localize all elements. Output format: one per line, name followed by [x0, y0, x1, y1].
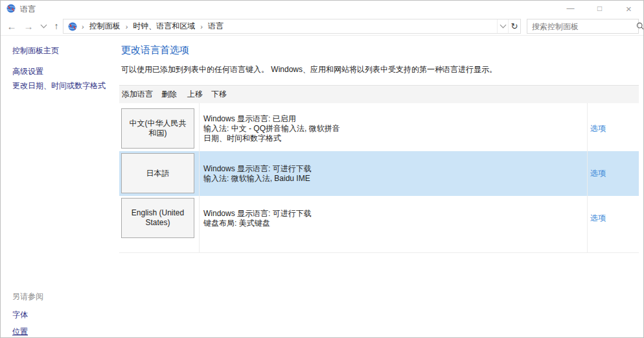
page-title: 更改语言首选项: [121, 44, 189, 56]
window-title: 语言: [20, 4, 36, 15]
language-row-english[interactable]: English (United States) Windows 显示语言: 可进…: [119, 196, 639, 241]
display-language-status: Windows 显示语言: 已启用: [203, 114, 566, 124]
forward-arrow-icon[interactable]: →: [21, 16, 36, 36]
window-controls: — □ ×: [556, 1, 643, 16]
keyboard-layout-info: 键盘布局: 美式键盘: [203, 219, 566, 228]
options-link-chinese[interactable]: 选项: [590, 106, 606, 151]
sidebar-item-advanced-settings[interactable]: 高级设置: [12, 66, 43, 77]
display-language-status: Windows 显示语言: 可进行下载: [203, 209, 566, 219]
language-details: Windows 显示语言: 已启用 输入法: 中文 - QQ拼音输入法, 微软拼…: [203, 106, 566, 151]
options-link-japanese[interactable]: 选项: [590, 151, 606, 196]
language-tile-english[interactable]: English (United States): [121, 198, 194, 238]
language-toolbar: 添加语言 删除 上移 下移: [119, 85, 639, 103]
sidebar: 控制面板主页 高级设置 更改日期、时间或数字格式 另请参阅 字体 位置: [1, 36, 119, 338]
input-method-info: 输入法: 中文 - QQ拼音输入法, 微软拼音: [203, 124, 566, 134]
sidebar-item-control-panel-home[interactable]: 控制面板主页: [12, 45, 59, 56]
breadcrumb-language[interactable]: 语言: [207, 21, 225, 32]
breadcrumb-separator: ›: [196, 23, 207, 30]
refresh-icon[interactable]: ↻: [508, 19, 520, 33]
breadcrumb-separator: ›: [78, 23, 88, 30]
add-language-button[interactable]: 添加语言: [122, 89, 161, 100]
language-control-panel-window: 语言 — □ × ← → ↑ › 控制面板 › 时钟、语言和区域: [0, 0, 644, 338]
search-box: [527, 19, 639, 34]
date-time-format-info: 日期、时间和数字格式: [203, 134, 566, 143]
see-also-section: 另请参阅 字体 位置: [12, 291, 43, 338]
back-arrow-icon[interactable]: ←: [5, 16, 19, 36]
language-list: 中文(中华人民共和国) Windows 显示语言: 已启用 输入法: 中文 - …: [119, 103, 639, 253]
language-tile-chinese[interactable]: 中文(中华人民共和国): [121, 108, 194, 149]
breadcrumb-clock-language-region[interactable]: 时钟、语言和区域: [132, 21, 196, 32]
sidebar-item-fonts[interactable]: 字体: [12, 309, 43, 320]
breadcrumb-control-panel[interactable]: 控制面板: [88, 21, 122, 32]
list-options-divider: [587, 103, 588, 252]
move-down-button[interactable]: 下移: [211, 89, 235, 100]
list-column-divider: [199, 103, 200, 252]
search-input[interactable]: [527, 22, 632, 31]
main-content: 更改语言首选项 可以使用已添加到列表中的任何语言键入。 Windows、应用和网…: [119, 36, 643, 338]
maximize-button[interactable]: □: [585, 1, 614, 16]
language-globe-icon: [6, 3, 16, 14]
navigation-bar: ← → ↑ › 控制面板 › 时钟、语言和区域 › 语言 ↻: [1, 16, 643, 36]
titlebar: 语言 — □ ×: [1, 1, 643, 16]
minimize-button[interactable]: —: [556, 1, 585, 16]
sidebar-item-change-date-time-formats[interactable]: 更改日期、时间或数字格式: [12, 80, 106, 91]
remove-button[interactable]: 删除: [161, 89, 187, 100]
page-description: 可以使用已添加到列表中的任何语言键入。 Windows、应用和网站将以列表中受支…: [121, 64, 497, 75]
see-also-header: 另请参阅: [12, 291, 43, 302]
magnifier-icon[interactable]: [632, 22, 644, 30]
display-language-status: Windows 显示语言: 可进行下载: [203, 164, 566, 174]
input-method-info: 输入法: 微软输入法, Baidu IME: [203, 174, 566, 184]
breadcrumb: › 控制面板 › 时钟、语言和区域 › 语言: [78, 21, 497, 32]
address-dropdown-chevron-icon[interactable]: [497, 19, 508, 33]
language-tile-japanese[interactable]: 日本語: [121, 153, 194, 193]
language-details: Windows 显示语言: 可进行下载 键盘布局: 美式键盘: [203, 196, 566, 241]
language-row-japanese[interactable]: 日本語 Windows 显示语言: 可进行下载 输入法: 微软输入法, Baid…: [119, 151, 639, 196]
close-button[interactable]: ×: [614, 1, 643, 16]
sidebar-item-location[interactable]: 位置: [12, 326, 43, 337]
address-bar[interactable]: › 控制面板 › 时钟、语言和区域 › 语言 ↻: [63, 19, 521, 34]
language-row-chinese[interactable]: 中文(中华人民共和国) Windows 显示语言: 已启用 输入法: 中文 - …: [119, 106, 639, 151]
language-globe-icon: [67, 21, 78, 32]
window-body: 控制面板主页 高级设置 更改日期、时间或数字格式 另请参阅 字体 位置 更改语言…: [1, 36, 643, 338]
history-chevron-down-icon[interactable]: [38, 16, 49, 36]
move-up-button[interactable]: 上移: [187, 89, 211, 100]
breadcrumb-separator: ›: [122, 23, 132, 30]
options-link-english[interactable]: 选项: [590, 196, 606, 241]
language-details: Windows 显示语言: 可进行下载 输入法: 微软输入法, Baidu IM…: [203, 151, 566, 196]
up-arrow-icon[interactable]: ↑: [50, 16, 63, 36]
